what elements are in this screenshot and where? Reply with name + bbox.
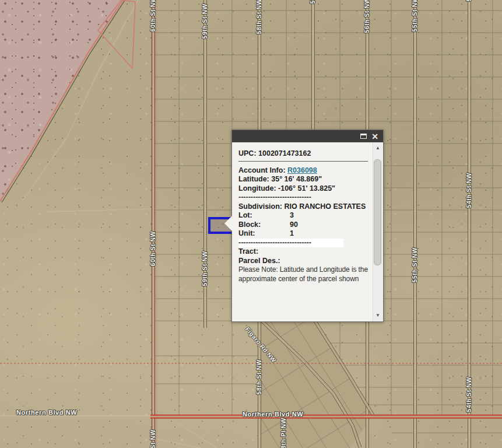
tract-line: Tract: [238,247,368,257]
street-label: 58th St NW [255,0,262,34]
street-label: 54th St NW [465,0,472,1]
street-label: 56th St NW [363,0,370,33]
street-label: 54th St NW [465,173,472,208]
street-label: 55th St NW [411,247,418,282]
street-label: 58th St NW [255,359,262,394]
block-value: 90 [290,220,298,230]
street-label: 58th Pl NW [280,418,287,448]
account-info-label: Account Info: [238,166,287,174]
block-label: Block: [238,220,290,230]
street-label: Northern Blvd NW [16,409,77,416]
block-row: Block:90 [238,220,368,230]
account-info-link[interactable]: R036098 [287,166,317,174]
parcel-des-line: Parcel Des.: [238,257,368,266]
street-label: 60th St NW [149,429,156,448]
scrollbar-thumb[interactable] [374,159,381,265]
popup-scrollbar[interactable]: ▲ ▼ [373,143,382,321]
account-info-line: Account Info: R036098 [238,166,368,176]
dashed-separator: ------------------------------ [238,239,343,248]
popup-content: UPC: 1002071473162 Account Info: R036098… [232,142,383,317]
street-label: 60th St NW [149,0,156,32]
scroll-down-icon[interactable]: ▼ [373,312,382,320]
street-label: Northern Blvd NW [243,411,303,418]
unit-label: Unit: [238,229,290,239]
map-viewport[interactable]: 60th St NW 60th St NW 60th St NW 59th St… [0,0,502,448]
lot-row: Lot:3 [238,211,368,220]
street-label: 59th St NW [201,4,208,38]
maximize-icon[interactable] [360,134,367,139]
unit-row: Unit:1 [238,229,368,239]
street-label: 60th St NW [149,231,156,266]
latitude-line: Latitude: 35° 16' 48.869" [238,175,368,184]
scroll-up-icon[interactable]: ▲ [373,144,382,152]
street-label: 57th St NW [309,0,316,4]
street-label: 55th St NW [411,0,418,32]
lot-value: 3 [290,211,294,220]
close-icon[interactable]: ✕ [371,134,378,139]
popup-callout-pointer [224,216,232,231]
unit-value: 1 [290,229,294,239]
longitude-line: Longitude: -106° 51' 13.825" [238,184,368,194]
upc-line: UPC: 1002071473162 [238,149,368,159]
lot-label: Lot: [238,211,290,220]
popup-titlebar: ✕ [232,130,383,142]
parcel-info-popup: ✕ UPC: 1002071473162 Account Info: R0360… [231,130,384,322]
note-text: Please Note: Latitude and Longitude is t… [238,265,368,284]
divider [238,161,368,162]
subdivision-line: Subdivision: RIO RANCHO ESTATES [238,202,368,212]
street-label: 54th St NW [465,377,472,412]
dashed-separator: ------------------------------ [238,193,368,202]
street-label: 59th St NW [201,251,208,286]
